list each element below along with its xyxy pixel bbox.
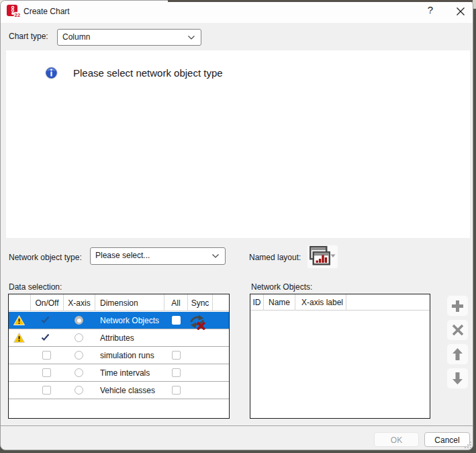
svg-text:22: 22 — [15, 12, 20, 18]
